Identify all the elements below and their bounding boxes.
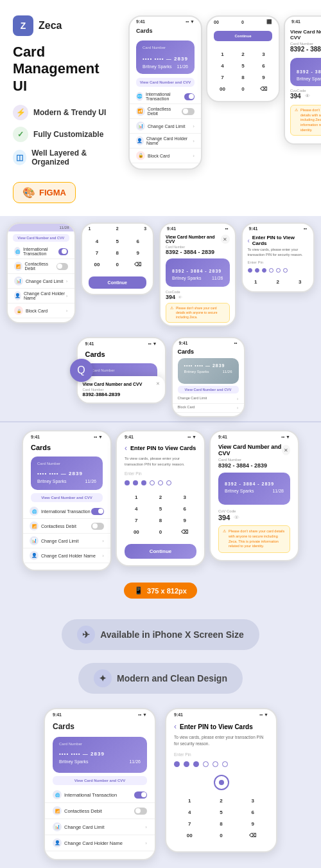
b1-view-btn[interactable]: View Card Number and CVV (31, 493, 103, 502)
iphone-banner-pill: ✈ Available in iPhone X Screen Size (62, 619, 259, 650)
num-0[interactable]: 0 (233, 84, 253, 95)
view-btn-sm[interactable]: View Card Number and CVV (178, 386, 239, 393)
continue-top-btn[interactable]: Continue (214, 31, 272, 41)
feature-item-2: ✓ Fully Customizable (13, 127, 116, 142)
right-phones-stack: 9:41▪▪ Cards •••• •••• — 2839 Britney Sp… (171, 337, 245, 417)
p2[interactable]: 2 (267, 276, 289, 287)
num-1[interactable]: 1 (213, 49, 232, 60)
fp-8[interactable]: 8 (205, 818, 236, 829)
mid-limit[interactable]: 📊Change Card Limit › (8, 274, 74, 289)
num-4[interactable]: 4 (213, 60, 232, 71)
phone-cards-title: Cards (130, 25, 201, 37)
num-del[interactable]: ⌫ (254, 84, 273, 95)
fp-1[interactable]: 1 (174, 795, 205, 806)
continue-mid[interactable]: Continue (89, 276, 147, 289)
num-5[interactable]: 5 (233, 60, 253, 71)
b2-continue[interactable]: Continue (125, 544, 196, 559)
bn0[interactable]: 0 (149, 527, 173, 538)
bn3[interactable]: 3 (173, 492, 196, 503)
b1-card: Card Number •••• •••• — 2839 Britney Spa… (31, 457, 103, 490)
p3[interactable]: 3 (290, 276, 311, 287)
fp1 (174, 761, 180, 767)
bn9[interactable]: 9 (173, 515, 196, 526)
list-item-limit[interactable]: 📊Change Card Limit › (130, 119, 201, 134)
final-toggle-2[interactable] (134, 808, 147, 815)
n5[interactable]: 8 (107, 248, 127, 258)
header-section: Z Zeca Card Management UI ⚡ Modern & Tre… (0, 0, 321, 216)
fab-icon[interactable]: Q (70, 359, 93, 382)
fp-5[interactable]: 5 (205, 807, 236, 818)
bn2[interactable]: 2 (149, 492, 173, 503)
bn1[interactable]: 1 (125, 492, 148, 503)
bn00[interactable]: 00 (125, 527, 148, 538)
cvv-header: View Card Number and CVV ✕ (285, 25, 321, 42)
close-mid[interactable]: ✕ (221, 235, 229, 244)
n4[interactable]: 7 (87, 248, 107, 258)
list-item-holder[interactable]: 👤Change Card Holder Name › (130, 134, 201, 149)
bndel[interactable]: ⌫ (173, 527, 196, 538)
fp-4[interactable]: 4 (174, 807, 205, 818)
bn7[interactable]: 7 (125, 515, 148, 526)
num-7[interactable]: 7 (213, 72, 232, 83)
fp-0[interactable]: 0 (205, 830, 236, 841)
bn8[interactable]: 8 (149, 515, 173, 526)
dp1 (125, 480, 130, 485)
toggle-contact-mid[interactable] (56, 263, 68, 270)
fp-2[interactable]: 2 (205, 795, 236, 806)
num-3[interactable]: 3 (254, 49, 273, 60)
list-item-block[interactable]: 🔒Block Card › (130, 149, 201, 163)
n9[interactable]: ⌫ (128, 259, 148, 270)
view-cvv-btn[interactable]: View Card Number and CVV (13, 234, 69, 242)
fp-9[interactable]: 9 (238, 818, 268, 829)
num-00[interactable]: 00 (213, 84, 232, 95)
mid-holder[interactable]: 👤Change Card Holder Name › (8, 289, 74, 303)
bn6[interactable]: 6 (173, 503, 196, 514)
dot-3 (262, 268, 266, 273)
cvv-status-bar: 9:41▪▪ ▼ (285, 17, 321, 25)
size-badge[interactable]: 📱 375 x 812px (124, 583, 197, 599)
final-view-btn[interactable]: View Card Number and CVV (53, 776, 147, 785)
mid-block[interactable]: 🔒Block Card › (8, 303, 74, 318)
bn5[interactable]: 5 (149, 503, 173, 514)
dot-1 (248, 268, 252, 273)
num-8[interactable]: 8 (233, 72, 253, 83)
fp-del[interactable]: ⌫ (238, 830, 268, 841)
num-6[interactable]: 6 (254, 60, 273, 71)
n7[interactable]: 00 (87, 259, 107, 270)
eye-icon[interactable]: 👁 (305, 93, 310, 99)
fp-3[interactable]: 3 (238, 795, 268, 806)
toggle-intl[interactable] (184, 93, 195, 100)
b1-toggle-1[interactable] (91, 508, 104, 515)
iphone-banner-text: Available in iPhone X Screen Size (100, 629, 244, 640)
b3-close[interactable]: ✕ (282, 445, 290, 455)
final-phones-row: 9:41▪▪ ▼ Cards Card Number •••• •••• — 2… (10, 708, 311, 860)
fp-6[interactable]: 6 (238, 807, 268, 818)
toggle-intl-mid[interactable] (58, 248, 68, 255)
b1-holder[interactable]: 👤Change Card Holder Name › (23, 548, 110, 563)
final-toggle-1[interactable] (134, 791, 147, 799)
n8[interactable]: 0 (107, 259, 127, 270)
n2[interactable]: 5 (107, 236, 127, 247)
num-2[interactable]: 2 (233, 49, 253, 60)
final-holder[interactable]: 👤Change Card Holder Name › (45, 835, 155, 851)
num-9[interactable]: 9 (254, 72, 273, 83)
n1[interactable]: 4 (87, 236, 107, 247)
b3-warning: ⚠ Please don't share your card details w… (218, 525, 290, 553)
toggle-contactless[interactable] (182, 108, 195, 115)
feature-item-1: ⚡ Modern & Trendy UI (13, 105, 116, 120)
view-btn-small[interactable]: View Card Number and CVV (136, 78, 195, 87)
fp-00[interactable]: 00 (174, 830, 205, 841)
final-limit[interactable]: 📊Change Card Limit › (45, 819, 155, 835)
eye-mid[interactable]: 👁 (178, 295, 182, 300)
b1-toggle-2[interactable] (91, 523, 104, 530)
final-section: 9:41▪▪ ▼ Cards Card Number •••• •••• — 2… (0, 703, 321, 868)
n3[interactable]: 6 (128, 236, 148, 247)
bn4[interactable]: 4 (125, 503, 148, 514)
b1-limit[interactable]: 📊Change Card Limit › (23, 534, 110, 548)
cvv-phone-header: 9:41▪▪ ▼ View Card Number and CVV ✕ Card… (284, 15, 321, 145)
fp-7[interactable]: 7 (174, 818, 205, 829)
n6[interactable]: 9 (128, 248, 148, 258)
p1[interactable]: 1 (245, 276, 267, 287)
cvv-title: View Card Number and CVV (290, 29, 321, 41)
b3-eye[interactable]: 👁 (234, 514, 239, 521)
